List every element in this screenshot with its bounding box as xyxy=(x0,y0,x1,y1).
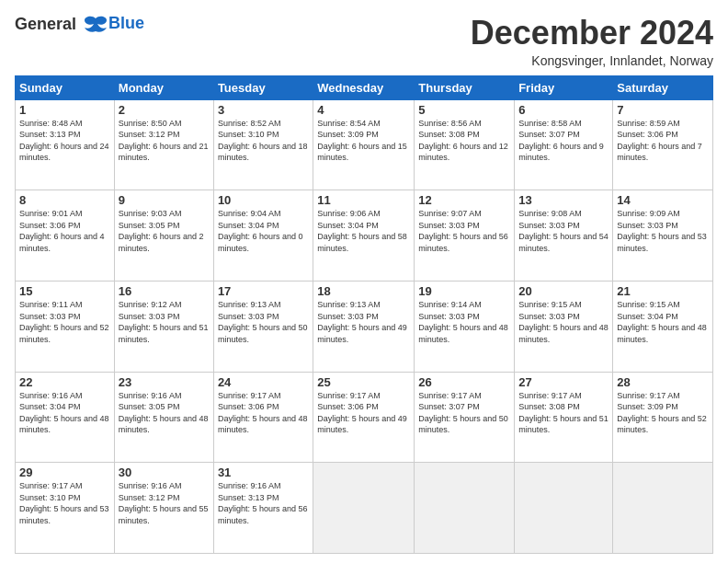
calendar-cell: 8Sunrise: 9:01 AMSunset: 3:06 PMDaylight… xyxy=(16,190,115,282)
calendar-cell: 15Sunrise: 9:11 AMSunset: 3:03 PMDayligh… xyxy=(16,281,115,372)
calendar-cell: 22Sunrise: 9:16 AMSunset: 3:04 PMDayligh… xyxy=(16,372,115,463)
day-info: Sunrise: 8:52 AMSunset: 3:10 PMDaylight:… xyxy=(218,118,309,164)
calendar-table: SundayMondayTuesdayWednesdayThursdayFrid… xyxy=(15,75,713,554)
calendar-week-row: 8Sunrise: 9:01 AMSunset: 3:06 PMDaylight… xyxy=(16,190,713,282)
day-number: 21 xyxy=(617,284,709,298)
weekday-header-tuesday: Tuesday xyxy=(213,75,313,99)
day-number: 5 xyxy=(418,103,510,117)
day-number: 9 xyxy=(119,193,210,207)
day-number: 7 xyxy=(617,103,709,117)
day-number: 10 xyxy=(218,193,309,207)
calendar-cell: 2Sunrise: 8:50 AMSunset: 3:12 PMDaylight… xyxy=(114,99,213,190)
calendar-cell xyxy=(613,463,713,554)
day-number: 29 xyxy=(19,465,110,479)
weekday-header-friday: Friday xyxy=(515,75,613,99)
calendar-cell xyxy=(313,463,415,554)
calendar-week-row: 15Sunrise: 9:11 AMSunset: 3:03 PMDayligh… xyxy=(16,281,713,372)
calendar-cell: 24Sunrise: 9:17 AMSunset: 3:06 PMDayligh… xyxy=(213,372,313,463)
day-number: 28 xyxy=(617,375,709,389)
day-number: 3 xyxy=(218,103,309,117)
calendar-cell: 20Sunrise: 9:15 AMSunset: 3:03 PMDayligh… xyxy=(515,281,613,372)
calendar-cell: 4Sunrise: 8:54 AMSunset: 3:09 PMDaylight… xyxy=(313,99,415,190)
day-number: 26 xyxy=(418,375,510,389)
day-info: Sunrise: 9:15 AMSunset: 3:03 PMDaylight:… xyxy=(518,299,609,345)
day-number: 20 xyxy=(518,284,609,298)
calendar-cell: 31Sunrise: 9:16 AMSunset: 3:13 PMDayligh… xyxy=(213,463,313,554)
day-info: Sunrise: 9:16 AMSunset: 3:13 PMDaylight:… xyxy=(218,480,309,526)
header: General Blue December 2024 Kongsvinger, … xyxy=(15,15,713,68)
calendar-cell: 13Sunrise: 9:08 AMSunset: 3:03 PMDayligh… xyxy=(515,190,613,282)
calendar-cell: 17Sunrise: 9:13 AMSunset: 3:03 PMDayligh… xyxy=(213,281,313,372)
calendar-cell: 16Sunrise: 9:12 AMSunset: 3:03 PMDayligh… xyxy=(114,281,213,372)
day-info: Sunrise: 9:03 AMSunset: 3:05 PMDaylight:… xyxy=(119,208,210,254)
logo-general: General xyxy=(15,15,76,33)
day-number: 22 xyxy=(19,375,110,389)
day-number: 16 xyxy=(119,284,210,298)
day-info: Sunrise: 8:59 AMSunset: 3:06 PMDaylight:… xyxy=(617,118,709,164)
day-number: 23 xyxy=(119,375,210,389)
day-number: 31 xyxy=(218,465,309,479)
calendar-cell xyxy=(415,463,515,554)
calendar-cell: 28Sunrise: 9:17 AMSunset: 3:09 PMDayligh… xyxy=(613,372,713,463)
calendar-cell: 3Sunrise: 8:52 AMSunset: 3:10 PMDaylight… xyxy=(213,99,313,190)
weekday-header-sunday: Sunday xyxy=(16,75,115,99)
day-number: 11 xyxy=(317,193,410,207)
day-number: 15 xyxy=(19,284,110,298)
day-number: 25 xyxy=(317,375,410,389)
day-info: Sunrise: 9:11 AMSunset: 3:03 PMDaylight:… xyxy=(19,299,110,345)
day-number: 18 xyxy=(317,284,410,298)
day-info: Sunrise: 9:09 AMSunset: 3:03 PMDaylight:… xyxy=(617,208,709,254)
logo-blue: Blue xyxy=(108,14,144,32)
day-info: Sunrise: 9:15 AMSunset: 3:04 PMDaylight:… xyxy=(617,299,709,345)
weekday-header-thursday: Thursday xyxy=(415,75,515,99)
calendar-cell: 27Sunrise: 9:17 AMSunset: 3:08 PMDayligh… xyxy=(515,372,613,463)
day-info: Sunrise: 9:13 AMSunset: 3:03 PMDaylight:… xyxy=(317,299,410,345)
day-info: Sunrise: 9:13 AMSunset: 3:03 PMDaylight:… xyxy=(218,299,309,345)
day-info: Sunrise: 9:01 AMSunset: 3:06 PMDaylight:… xyxy=(19,208,110,254)
day-number: 27 xyxy=(518,375,609,389)
day-info: Sunrise: 8:54 AMSunset: 3:09 PMDaylight:… xyxy=(317,118,410,164)
day-info: Sunrise: 9:12 AMSunset: 3:03 PMDaylight:… xyxy=(119,299,210,345)
calendar-cell: 5Sunrise: 8:56 AMSunset: 3:08 PMDaylight… xyxy=(415,99,515,190)
logo: General Blue xyxy=(15,15,144,35)
calendar-cell: 9Sunrise: 9:03 AMSunset: 3:05 PMDaylight… xyxy=(114,190,213,282)
calendar-cell: 29Sunrise: 9:17 AMSunset: 3:10 PMDayligh… xyxy=(16,463,115,554)
logo-bird-icon xyxy=(83,15,108,35)
day-number: 1 xyxy=(19,103,110,117)
day-info: Sunrise: 9:17 AMSunset: 3:09 PMDaylight:… xyxy=(617,390,709,436)
calendar-subtitle: Kongsvinger, Innlandet, Norway xyxy=(471,53,713,68)
day-number: 4 xyxy=(317,103,410,117)
day-info: Sunrise: 8:48 AMSunset: 3:13 PMDaylight:… xyxy=(19,118,110,164)
title-block: December 2024 Kongsvinger, Innlandet, No… xyxy=(471,15,713,68)
day-info: Sunrise: 9:04 AMSunset: 3:04 PMDaylight:… xyxy=(218,208,309,254)
day-number: 12 xyxy=(418,193,510,207)
calendar-week-row: 29Sunrise: 9:17 AMSunset: 3:10 PMDayligh… xyxy=(16,463,713,554)
calendar-cell: 19Sunrise: 9:14 AMSunset: 3:03 PMDayligh… xyxy=(415,281,515,372)
day-info: Sunrise: 9:14 AMSunset: 3:03 PMDaylight:… xyxy=(418,299,510,345)
calendar-cell: 7Sunrise: 8:59 AMSunset: 3:06 PMDaylight… xyxy=(613,99,713,190)
day-number: 17 xyxy=(218,284,309,298)
day-info: Sunrise: 9:07 AMSunset: 3:03 PMDaylight:… xyxy=(418,208,510,254)
day-info: Sunrise: 9:16 AMSunset: 3:12 PMDaylight:… xyxy=(119,480,210,526)
day-info: Sunrise: 9:17 AMSunset: 3:06 PMDaylight:… xyxy=(218,390,309,436)
day-number: 2 xyxy=(119,103,210,117)
calendar-cell: 25Sunrise: 9:17 AMSunset: 3:06 PMDayligh… xyxy=(313,372,415,463)
day-info: Sunrise: 9:17 AMSunset: 3:07 PMDaylight:… xyxy=(418,390,510,436)
calendar-cell: 12Sunrise: 9:07 AMSunset: 3:03 PMDayligh… xyxy=(415,190,515,282)
day-info: Sunrise: 9:17 AMSunset: 3:08 PMDaylight:… xyxy=(518,390,609,436)
calendar-cell: 14Sunrise: 9:09 AMSunset: 3:03 PMDayligh… xyxy=(613,190,713,282)
day-info: Sunrise: 9:06 AMSunset: 3:04 PMDaylight:… xyxy=(317,208,410,254)
day-number: 24 xyxy=(218,375,309,389)
day-info: Sunrise: 9:17 AMSunset: 3:06 PMDaylight:… xyxy=(317,390,410,436)
calendar-cell xyxy=(515,463,613,554)
page: General Blue December 2024 Kongsvinger, … xyxy=(0,0,728,563)
day-info: Sunrise: 8:58 AMSunset: 3:07 PMDaylight:… xyxy=(518,118,609,164)
day-number: 19 xyxy=(418,284,510,298)
day-number: 6 xyxy=(518,103,609,117)
calendar-week-row: 1Sunrise: 8:48 AMSunset: 3:13 PMDaylight… xyxy=(16,99,713,190)
day-info: Sunrise: 8:56 AMSunset: 3:08 PMDaylight:… xyxy=(418,118,510,164)
calendar-title: December 2024 xyxy=(471,15,713,52)
calendar-cell: 18Sunrise: 9:13 AMSunset: 3:03 PMDayligh… xyxy=(313,281,415,372)
calendar-cell: 30Sunrise: 9:16 AMSunset: 3:12 PMDayligh… xyxy=(114,463,213,554)
calendar-cell: 10Sunrise: 9:04 AMSunset: 3:04 PMDayligh… xyxy=(213,190,313,282)
